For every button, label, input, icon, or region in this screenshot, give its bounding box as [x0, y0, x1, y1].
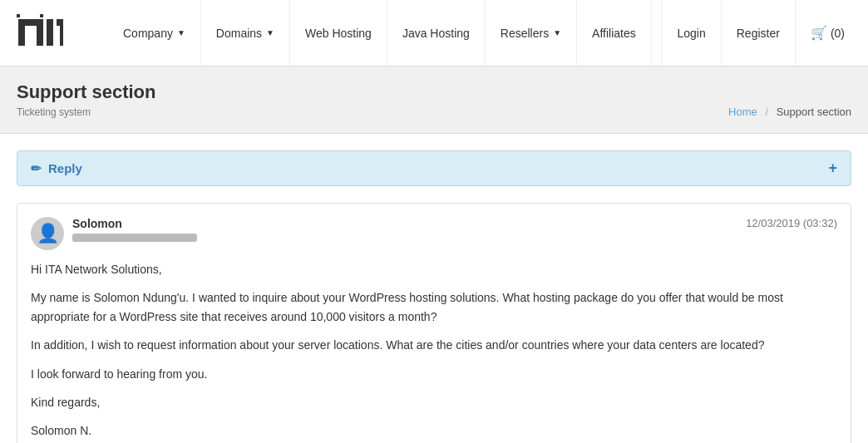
reply-bar-plus[interactable]: +: [828, 160, 837, 177]
svg-rect-1: [18, 19, 37, 26]
chevron-down-icon: ▼: [177, 28, 185, 37]
chevron-down-icon: ▼: [266, 28, 274, 37]
main-content: ✏ Reply + 👤 Solomon 12/03/2019 (03:32) H…: [0, 134, 868, 443]
user-icon: 👤: [37, 223, 59, 244]
nav-register[interactable]: Register: [721, 0, 795, 66]
author-info: Solomon: [72, 217, 197, 242]
cart-icon: 🛒: [811, 25, 827, 41]
nav-affiliates[interactable]: Affiliates: [577, 0, 652, 66]
nav-login[interactable]: Login: [661, 0, 720, 66]
avatar: 👤: [31, 217, 64, 250]
pencil-icon: ✏: [31, 161, 42, 176]
breadcrumb-current: Support section: [777, 106, 851, 118]
page-title-area: Support section Ticketing system: [17, 81, 155, 118]
chevron-down-icon: ▼: [553, 28, 561, 37]
page-header: Support section Ticketing system Home / …: [0, 66, 868, 134]
nav-resellers[interactable]: Resellers ▼: [486, 0, 577, 66]
svg-rect-6: [17, 14, 20, 17]
page-title: Support section: [17, 81, 155, 103]
comment-line-5: Solomon N.: [31, 421, 837, 440]
author-name: Solomon: [72, 217, 197, 230]
nav-company[interactable]: Company ▼: [108, 0, 201, 66]
reply-bar[interactable]: ✏ Reply +: [17, 150, 851, 186]
main-header: Company ▼ Domains ▼ Web Hosting Java Hos…: [0, 0, 868, 66]
comment-line-1: My name is Solomon Ndung'u. I wanted to …: [31, 288, 837, 326]
comment-card: 👤 Solomon 12/03/2019 (03:32) Hi ITA Netw…: [17, 203, 851, 443]
comment-line-3: I look forward to hearing from you.: [31, 365, 837, 383]
comment-line-2: In addition, I wish to request informati…: [31, 336, 837, 354]
nav-right-area: Login Register 🛒 (0): [661, 0, 860, 66]
reply-bar-label-area: ✏ Reply: [31, 161, 82, 176]
logo-icon: [17, 12, 67, 54]
breadcrumb-home[interactable]: Home: [728, 106, 757, 118]
nav-web-hosting[interactable]: Web Hosting: [290, 0, 387, 66]
comment-timestamp: 12/03/2019 (03:32): [746, 217, 837, 229]
breadcrumb-separator: /: [765, 106, 768, 118]
comment-body: Hi ITA Network Solutions, My name is Sol…: [31, 260, 837, 441]
main-nav: Company ▼ Domains ▼ Web Hosting Java Hos…: [108, 0, 860, 66]
reply-label: Reply: [48, 161, 82, 175]
page-subtitle: Ticketing system: [17, 106, 155, 118]
svg-rect-5: [60, 19, 63, 46]
svg-rect-7: [40, 14, 43, 17]
nav-domains[interactable]: Domains ▼: [201, 0, 290, 66]
comment-line-4: Kind regards,: [31, 393, 837, 411]
svg-rect-3: [47, 19, 53, 46]
comment-line-0: Hi ITA Network Solutions,: [31, 260, 837, 278]
nav-cart[interactable]: 🛒 (0): [795, 0, 860, 66]
logo[interactable]: [8, 4, 108, 62]
comment-author-area: 👤 Solomon: [31, 217, 197, 250]
nav-java-hosting[interactable]: Java Hosting: [387, 0, 486, 66]
author-bar-decoration: [72, 234, 197, 242]
breadcrumb: Home / Support section: [728, 106, 851, 118]
svg-rect-2: [37, 19, 43, 46]
comment-header: 👤 Solomon 12/03/2019 (03:32): [31, 217, 837, 250]
